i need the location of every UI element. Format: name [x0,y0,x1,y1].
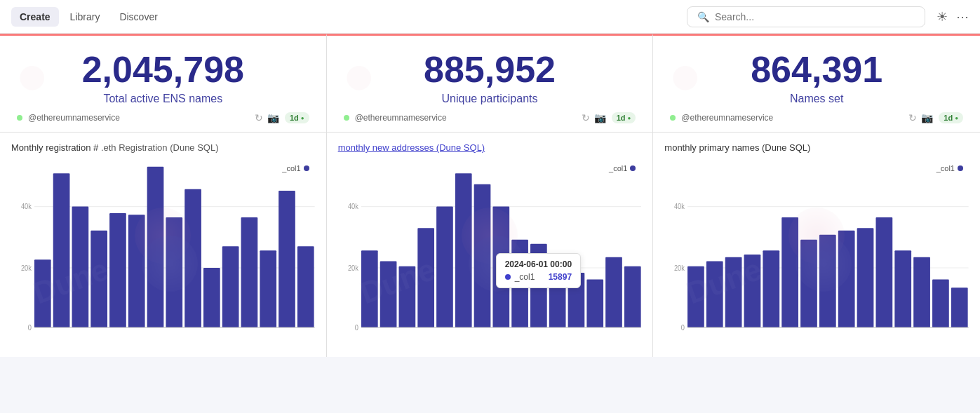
svg-text:40k: 40k [348,203,358,211]
metric-footer-unique-participants: @ethereumnameservice ↻ 📷 1d [344,112,636,123]
chart-svg: 40k20k0 [338,158,642,341]
svg-rect-39 [568,273,584,327]
svg-rect-15 [203,268,220,327]
chart-title-link[interactable]: monthly new addresses (Dune SQL) [338,142,485,153]
legend-dot [630,165,636,171]
metric-label-names-set: Names set [790,93,843,105]
chart-area: Dune 40k20k0 _col1 [11,158,315,341]
svg-rect-11 [128,215,145,328]
metric-label-unique-participants: Unique participants [442,93,538,105]
metric-value-names-set: 864,391 [751,50,882,90]
footer-icons: ↻ 📷 [908,112,933,123]
svg-rect-13 [166,217,182,327]
refresh-icon[interactable]: ↻ [255,112,263,123]
more-options-icon[interactable]: ⋯ [956,9,969,25]
svg-rect-54 [763,250,780,327]
svg-rect-59 [857,228,874,327]
svg-rect-12 [147,167,164,327]
svg-text:0: 0 [681,323,685,332]
legend-dot [304,165,309,171]
refresh-icon[interactable]: ↻ [908,112,917,123]
chart-area: Dune 40k20k0 _col1 2024-06-01 00:00 _col… [338,158,642,341]
metric-author: @ethereumnameservice [28,113,120,123]
svg-rect-10 [109,213,126,327]
svg-rect-16 [222,246,239,327]
freshness-badge: 1d [285,112,309,123]
refresh-icon[interactable]: ↻ [582,112,590,123]
svg-rect-61 [895,250,912,327]
svg-rect-57 [819,235,836,327]
svg-rect-9 [90,231,107,327]
chart-svg: 40k20k0 [664,158,969,341]
chart-card-monthly-registration: Monthly registration # .eth Registration… [0,133,327,357]
svg-text:40k: 40k [674,203,685,211]
svg-rect-60 [876,217,893,327]
settings-icon[interactable]: ☀ [937,9,948,25]
metric-label-total-active-ens: Total active ENS names [103,93,222,105]
metric-footer-names-set: @ethereumnameservice ↻ 📷 1d [670,112,963,123]
search-input[interactable] [715,11,915,22]
svg-rect-30 [398,266,415,327]
charts-row: Monthly registration # .eth Registration… [0,133,980,357]
footer-icons: ↻ 📷 [255,112,279,123]
metric-author: @ethereumnameservice [681,113,773,123]
camera-icon[interactable]: 📷 [594,112,606,123]
svg-rect-42 [624,266,641,327]
camera-icon[interactable]: 📷 [267,112,279,123]
chart-card-monthly-primary-names: monthly primary names (Dune SQL) Dune 40… [653,133,980,357]
svg-rect-6 [34,259,51,327]
svg-rect-19 [278,191,295,327]
chart-card-monthly-new-addresses: monthly new addresses (Dune SQL) Dune 40… [327,133,654,357]
svg-rect-31 [417,228,434,327]
legend-label: _col1 [609,164,627,172]
legend-dot [958,165,963,171]
svg-rect-37 [530,244,547,327]
freshness-badge: 1d [939,112,963,123]
svg-rect-36 [511,240,528,327]
nav-tabs: Create Library Discover [11,7,166,27]
legend-label: _col1 [282,164,300,172]
svg-rect-38 [549,266,565,327]
svg-rect-14 [184,189,201,327]
svg-rect-51 [706,262,723,328]
svg-rect-64 [951,288,968,328]
svg-rect-34 [474,184,490,327]
search-box[interactable]: 🔍 [687,6,925,27]
footer-icons: ↻ 📷 [582,112,606,123]
svg-rect-33 [455,173,472,327]
status-dot [670,115,676,121]
svg-text:20k: 20k [21,264,32,272]
svg-rect-50 [687,266,704,327]
svg-text:40k: 40k [21,203,32,211]
metrics-row: ● 2,045,798 Total active ENS names @ethe… [0,34,980,133]
nav-icons: ☀ ⋯ [937,9,969,25]
status-dot [17,115,22,121]
status-dot [344,115,349,121]
svg-rect-29 [380,262,396,328]
metric-card-total-active-ens: ● 2,045,798 Total active ENS names @ethe… [0,34,327,132]
svg-rect-35 [492,207,509,328]
svg-rect-63 [932,280,949,328]
svg-rect-58 [838,231,855,327]
tab-library[interactable]: Library [62,7,109,27]
svg-text:20k: 20k [674,264,685,272]
metric-card-names-set: ● 864,391 Names set @ethereumnameservice… [653,34,980,132]
chart-area: Dune 40k20k0 _col1 [664,158,969,341]
svg-rect-40 [586,280,603,328]
tab-create[interactable]: Create [11,7,59,27]
svg-rect-55 [782,217,799,327]
metric-card-unique-participants: ● 885,952 Unique participants @ethereumn… [327,34,654,132]
svg-rect-8 [72,207,89,328]
svg-rect-56 [800,240,817,327]
search-icon: 🔍 [697,11,709,22]
metric-value-total-active-ens: 2,045,798 [82,50,244,90]
svg-rect-52 [725,257,742,327]
svg-rect-20 [297,246,314,327]
svg-text:0: 0 [28,323,32,332]
svg-rect-62 [914,257,931,327]
camera-icon[interactable]: 📷 [921,112,933,123]
svg-rect-32 [436,207,453,328]
svg-rect-28 [361,250,378,327]
metric-value-unique-participants: 885,952 [424,50,556,90]
tab-discover[interactable]: Discover [111,7,166,27]
